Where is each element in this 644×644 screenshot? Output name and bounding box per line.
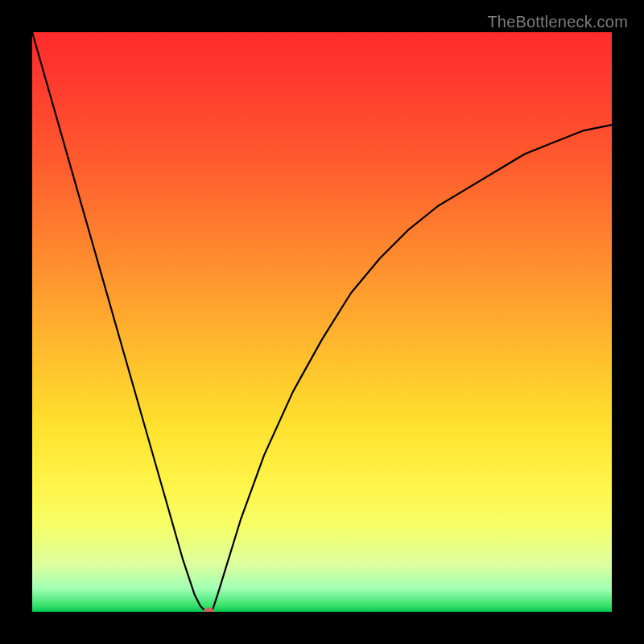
plot-area	[32, 32, 612, 612]
curve-line	[32, 32, 612, 612]
chart-svg	[32, 32, 612, 612]
watermark-text: TheBottleneck.com	[487, 13, 628, 31]
chart-frame: TheBottleneck.com	[0, 0, 644, 644]
